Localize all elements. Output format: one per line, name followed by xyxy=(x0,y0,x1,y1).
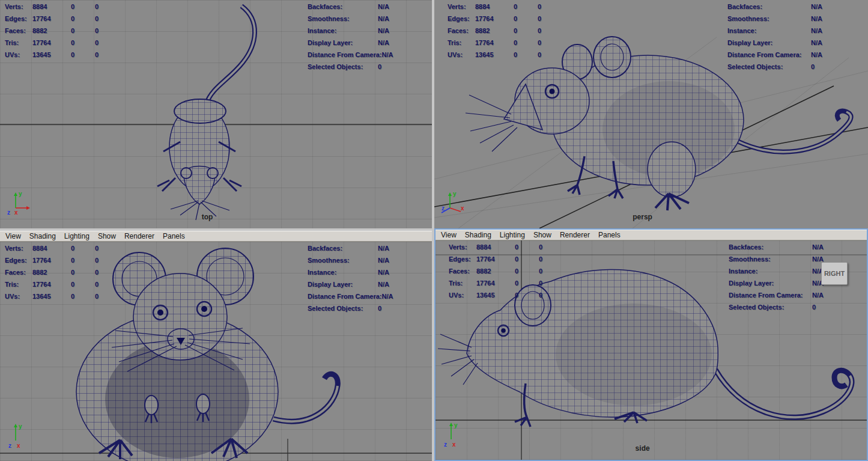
hud-detail-label: Distance From Camera: xyxy=(308,293,382,300)
hud-row: Tris: 17764 0 0 xyxy=(448,37,562,49)
hud-detail-label: Selected Objects: xyxy=(729,304,812,311)
hud-stat-total: 17764 xyxy=(32,257,71,264)
menu-item[interactable]: Lighting xyxy=(496,231,529,239)
hud-detail-value: 0 xyxy=(378,305,381,312)
viewport-panel-top: Verts: 8884 0 0 Edges: 17764 0 0 Faces: … xyxy=(0,0,432,228)
viewport-panel-persp: Verts: 8884 0 0 Edges: 17764 0 0 Faces: … xyxy=(434,0,868,228)
hud-row: Edges: 17764 0 0 xyxy=(448,13,562,25)
hud-stat-total: 13645 xyxy=(32,293,71,300)
hud-row: Edges: 17764 0 0 xyxy=(5,254,119,266)
hud-stat-label: Verts: xyxy=(5,245,32,252)
viewport-persp[interactable]: Verts: 8884 0 0 Edges: 17764 0 0 Faces: … xyxy=(434,0,868,228)
hud-stat-col3: 0 xyxy=(538,39,562,46)
hud-row: Faces: 8882 0 0 xyxy=(5,25,119,37)
menu-item[interactable]: View xyxy=(437,231,461,239)
right-view-button[interactable]: RIGHT xyxy=(821,262,848,285)
rat-tail[interactable] xyxy=(273,374,338,421)
hud-detail-value: N/A xyxy=(378,257,389,264)
hud-detail-value: N/A xyxy=(812,243,824,251)
hud-row: Edges: 17764 0 0 xyxy=(5,13,119,25)
hud-stat-col3: 0 xyxy=(95,15,119,22)
hud-stat-col3: 0 xyxy=(95,281,119,288)
hud-row: Verts: 8884 0 0 xyxy=(449,241,563,253)
hud-detail-label: Distance From Camera: xyxy=(727,51,811,58)
viewport-side[interactable]: Verts: 8884 0 0 Edges: 17764 0 0 Faces: … xyxy=(436,240,867,460)
hud-stat-col2: 0 xyxy=(515,292,539,299)
hud-row: Instance: N/A xyxy=(727,25,822,37)
hud-row: Faces: 8882 0 0 xyxy=(449,265,563,277)
viewport-front[interactable]: Verts: 8884 0 0 Edges: 17764 0 0 Faces: … xyxy=(0,242,432,461)
hud-row: Distance From Camera: N/A xyxy=(308,290,393,302)
hud-stat-col2: 0 xyxy=(514,39,538,46)
hud-stat-label: Faces: xyxy=(448,27,475,34)
hud-row: Instance: N/A xyxy=(308,266,393,278)
hud-row: Backfaces: N/A xyxy=(729,241,824,253)
hud-stat-col3: 0 xyxy=(538,15,562,22)
hud-detail-label: Smoothness: xyxy=(729,255,812,263)
hud-stat-total: 17764 xyxy=(475,39,514,46)
viewport-panel-front: ViewShadingLightingShowRendererPanels xyxy=(0,231,432,461)
hud-stat-col3: 0 xyxy=(95,51,119,58)
hud-detail-label: Smoothness: xyxy=(308,257,378,264)
hud-stat-label: Faces: xyxy=(5,269,32,276)
menu-item[interactable]: Renderer xyxy=(556,231,594,239)
menu-item[interactable]: Lighting xyxy=(60,232,94,240)
hud-row: Backfaces: N/A xyxy=(308,242,393,254)
panel-menubar: ViewShadingLightingShowRendererPanels xyxy=(0,231,432,242)
axis-y-label: y xyxy=(454,422,458,429)
poly-count-hud: Verts: 8884 0 0 Edges: 17764 0 0 Faces: … xyxy=(5,242,119,302)
rat-tail[interactable] xyxy=(207,6,255,103)
hud-stat-label: Tris: xyxy=(448,39,475,46)
menu-item[interactable]: Shading xyxy=(25,232,60,240)
hud-stat-total: 13645 xyxy=(475,51,514,58)
hud-stat-col2: 0 xyxy=(514,27,538,34)
menu-item[interactable]: Renderer xyxy=(120,232,159,240)
viewport-top[interactable]: Verts: 8884 0 0 Edges: 17764 0 0 Faces: … xyxy=(0,0,432,228)
hud-detail-label: Selected Objects: xyxy=(727,63,811,70)
hud-row: Instance: N/A xyxy=(729,265,824,277)
rat-tail[interactable] xyxy=(738,111,851,152)
axis-x-label: x xyxy=(17,442,20,448)
hud-stat-col2: 0 xyxy=(514,15,538,22)
menu-item[interactable]: Show xyxy=(94,232,120,240)
hud-stat-col3: 0 xyxy=(95,293,119,300)
hud-stat-col2: 0 xyxy=(515,279,539,287)
hud-row: Display Layer: N/A xyxy=(729,277,824,289)
hud-stat-label: Verts: xyxy=(448,3,475,10)
hud-stat-col2: 0 xyxy=(514,51,538,58)
menu-item[interactable]: Panels xyxy=(159,232,189,240)
hud-stat-label: Faces: xyxy=(5,27,32,34)
menu-item[interactable]: Show xyxy=(529,231,556,239)
hud-detail-label: Display Layer: xyxy=(308,281,378,288)
object-details-hud: Backfaces: N/A Smoothness: N/A Instance:… xyxy=(727,1,822,73)
axis-gizmo: y z x xyxy=(6,188,34,215)
hud-detail-value: N/A xyxy=(378,269,389,276)
menu-item[interactable]: View xyxy=(1,232,25,240)
axis-gizmo: y z x xyxy=(442,419,469,447)
hud-detail-value: N/A xyxy=(378,39,389,46)
hud-row: Backfaces: N/A xyxy=(308,1,393,13)
hud-row: Display Layer: N/A xyxy=(727,37,822,49)
hud-stat-total: 17764 xyxy=(32,39,71,46)
hud-detail-value: N/A xyxy=(811,27,822,34)
hud-stat-label: Tris: xyxy=(5,39,32,46)
hud-row: Faces: 8882 0 0 xyxy=(5,266,119,278)
hud-detail-value: N/A xyxy=(812,292,824,299)
menu-item[interactable]: Shading xyxy=(461,231,496,239)
hud-detail-label: Distance From Camera: xyxy=(308,51,382,58)
rat-tail[interactable] xyxy=(715,370,852,417)
hud-stat-label: Verts: xyxy=(449,243,476,251)
hud-detail-label: Backfaces: xyxy=(729,243,812,251)
hud-detail-value: N/A xyxy=(378,3,389,10)
hud-row: Tris: 17764 0 0 xyxy=(449,277,563,289)
hud-stat-total: 17764 xyxy=(476,255,515,263)
hud-stat-total: 8882 xyxy=(475,27,514,34)
hud-stat-total: 8882 xyxy=(32,269,71,276)
hud-stat-col2: 0 xyxy=(514,3,538,10)
menu-item[interactable]: Panels xyxy=(594,231,625,239)
hud-stat-total: 17764 xyxy=(476,279,515,287)
poly-count-hud: Verts: 8884 0 0 Edges: 17764 0 0 Faces: … xyxy=(448,1,562,61)
hud-row: UVs: 13645 0 0 xyxy=(448,49,562,61)
hud-stat-label: UVs: xyxy=(5,51,32,58)
hud-stat-col2: 0 xyxy=(71,269,95,276)
